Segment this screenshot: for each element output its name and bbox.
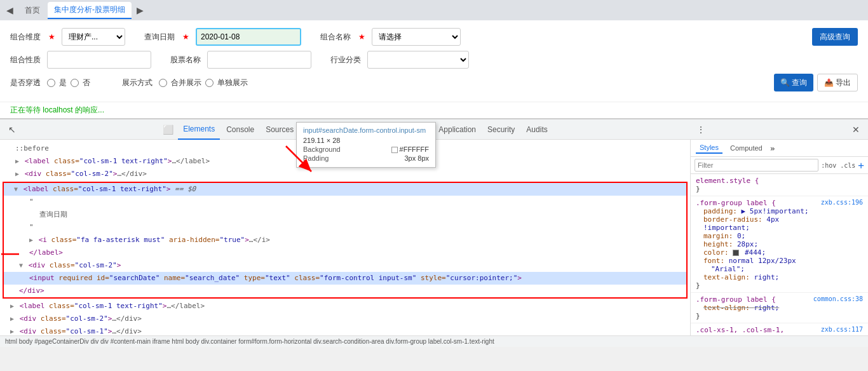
suitable-radio-group: 是 否 — [47, 78, 90, 88]
elem-input-searchdate[interactable]: <input required id="searchDate" name="se… — [4, 272, 686, 285]
form-row-1: 组合维度 ★ 理财产... 查询日期 ★ 组合名称 ★ 请选择 高级查询 — [10, 28, 858, 46]
styles-more-icon[interactable]: » — [770, 144, 775, 153]
suitable-no-label: 否 — [83, 78, 90, 88]
cursor-tool-btn[interactable]: ↖ — [5, 123, 19, 136]
style-rule-form-group-label-2: .form-group label { common.css:38 text-a… — [691, 293, 868, 323]
required-star-1: ★ — [48, 32, 55, 41]
group-dim-select[interactable]: 理财产... — [62, 28, 125, 46]
elem-div-col-sm-2-open[interactable]: ▼ <div class="col-sm-2"> — [4, 259, 686, 272]
tab-application[interactable]: Application — [433, 119, 481, 140]
tooltip-title: input#searchDate.form-control.input-sm — [303, 126, 429, 134]
breadcrumb-text: html body #pageContainerDiv div div #con… — [5, 338, 494, 345]
tooltip-padding-key: Padding — [303, 154, 329, 162]
elem-query-date-text: 查询日期 — [4, 208, 686, 221]
elem-quote-open: " — [4, 196, 686, 208]
style-rule-col: .col-xs-1, .col-sm-1, zxb.css:117 .col-m… — [691, 323, 868, 335]
search-icon: 🔍 — [780, 78, 790, 87]
industry-select[interactable] — [367, 51, 469, 69]
tooltip-overlay: input#searchDate.form-control.input-sm 2… — [296, 122, 436, 168]
tooltip-bg-key: Background — [303, 145, 341, 153]
status-bar: 正在等待 localhost 的响应... — [0, 102, 868, 118]
group-dim-label: 组合维度 — [10, 32, 41, 43]
box-tool-btn[interactable]: ⬜ — [159, 123, 177, 136]
elem-div-2[interactable]: ▶ <div class="col-sm-2">…</div> — [0, 313, 690, 325]
style-source-link-2[interactable]: common.css:38 — [813, 295, 863, 304]
style-source-link-1[interactable]: zxb.css:196 — [821, 199, 863, 207]
tab-elements[interactable]: Elements — [178, 119, 220, 140]
browser-tabs: ◀ 首页 集中度分析-股票明细 ▶ — [0, 0, 868, 20]
form-row-3: 是否穿透 是 否 展示方式 合并展示 单独展示 🔍 查询 📤 — [10, 74, 858, 91]
merge-label: 合并展示 — [171, 78, 201, 88]
form-row-2: 组合性质 股票名称 行业分类 — [10, 51, 858, 69]
style-source-link-3[interactable]: zxb.css:117 — [821, 326, 863, 334]
export-btn[interactable]: 📤 导出 — [817, 74, 858, 91]
export-icon: 📤 — [824, 78, 834, 87]
elem-div-1[interactable]: ▶ <div class="col-sm-2">…</div> — [0, 168, 690, 180]
group-name-label: 组合名称 — [320, 32, 351, 43]
tab-audits[interactable]: Audits — [521, 119, 552, 140]
app-area: 组合维度 ★ 理财产... 查询日期 ★ 组合名称 ★ 请选择 高级查询 组合性… — [0, 20, 868, 102]
single-label: 单独展示 — [217, 78, 248, 88]
style-rule-form-group-label-1: .form-group label { zxb.css:196 padding:… — [691, 196, 868, 293]
status-text: 正在等待 localhost 的响应... — [10, 105, 104, 114]
styles-tab-computed[interactable]: Computed — [726, 143, 766, 153]
elem-icon-i[interactable]: ▶ <i class="fa fa-asterisk must" aria-hi… — [4, 234, 686, 246]
styles-hov-cls[interactable]: :hov .cls — [821, 162, 855, 169]
required-star-2: ★ — [182, 32, 189, 41]
display-mode-radio-group: 合并展示 单独展示 — [159, 78, 248, 88]
query-date-label: 查询日期 — [144, 32, 175, 43]
query-btn[interactable]: 🔍 查询 — [774, 74, 813, 91]
elem-quote-close: " — [4, 221, 686, 234]
stock-name-label: 股票名称 — [170, 55, 201, 65]
tab-forward-btn[interactable]: ▶ — [133, 4, 147, 17]
merge-radio[interactable] — [159, 79, 167, 87]
devtools-body: ::before ▶ <label class="col-sm-1 text-r… — [0, 140, 868, 335]
tab-security[interactable]: Security — [482, 119, 520, 140]
tooltip-color-swatch — [391, 147, 398, 153]
group-nature-label: 组合性质 — [10, 55, 41, 65]
elem-div-col-sm-2-close: </div> — [4, 285, 686, 297]
tab-console[interactable]: Console — [221, 119, 259, 140]
close-devtools-btn[interactable]: ✕ — [849, 123, 863, 136]
styles-tab-styles[interactable]: Styles — [696, 142, 722, 154]
tooltip-size-value: 219.11 × 28 — [303, 137, 340, 144]
suitable-yes-radio[interactable] — [47, 79, 55, 87]
tooltip-bg-val: #FFFFFF — [391, 145, 430, 153]
styles-filter-input[interactable] — [695, 159, 818, 172]
stock-name-input[interactable] — [207, 51, 311, 69]
tooltip-padding-row: Padding 3px 8px — [303, 154, 429, 162]
elem-label-close: </label> — [4, 246, 686, 259]
styles-panel: Styles Computed » :hov .cls + element.st… — [690, 140, 868, 335]
elements-panel[interactable]: ::before ▶ <label class="col-sm-1 text-r… — [0, 140, 690, 335]
group-nature-input[interactable] — [47, 51, 151, 69]
advanced-query-btn[interactable]: 高级查询 — [812, 28, 858, 46]
tab-back-btn[interactable]: ◀ — [3, 4, 17, 17]
tab-analysis[interactable]: 集中度分析-股票明细 — [48, 2, 132, 19]
industry-label: 行业分类 — [330, 55, 361, 65]
display-mode-label: 展示方式 — [122, 78, 153, 88]
single-radio[interactable] — [205, 79, 214, 87]
color-swatch-444 — [733, 250, 739, 256]
suitable-label: 是否穿透 — [10, 78, 41, 88]
styles-filter-row: :hov .cls + — [691, 157, 868, 174]
tab-sources[interactable]: Sources — [261, 119, 299, 140]
more-btn[interactable]: ⋮ — [693, 123, 709, 136]
page-wrapper: ◀ 首页 集中度分析-股票明细 ▶ 组合维度 ★ 理财产... 查询日期 ★ 组… — [0, 0, 868, 347]
font-family-line: "Arial"; — [696, 265, 863, 273]
tooltip-bg-row: Background #FFFFFF — [303, 145, 429, 153]
elem-div-3[interactable]: ▶ <div class="col-sm-1">…</div> — [0, 325, 690, 335]
breadcrumb-bar: html body #pageContainerDiv div div #con… — [0, 335, 868, 347]
query-date-input[interactable] — [196, 28, 301, 46]
styles-panel-header: Styles Computed » — [691, 140, 868, 157]
group-name-select[interactable]: 请选择 — [372, 28, 461, 46]
tooltip-padding-val: 3px 8px — [404, 154, 429, 162]
elem-label-selected[interactable]: ▼ <label class="col-sm-1 text-right"> ==… — [4, 183, 686, 196]
styles-add-btn[interactable]: + — [858, 159, 864, 172]
highlighted-section: ▼ <label class="col-sm-1 text-right"> ==… — [3, 182, 688, 299]
tab-home[interactable]: 首页 — [18, 3, 46, 18]
elem-label-2[interactable]: ▶ <label class="col-sm-1 text-right">…</… — [0, 300, 690, 313]
suitable-no-radio[interactable] — [71, 79, 79, 87]
suitable-yes-label: 是 — [59, 78, 67, 88]
required-star-3: ★ — [358, 32, 365, 41]
style-rule-element: element.style { } — [691, 174, 868, 196]
